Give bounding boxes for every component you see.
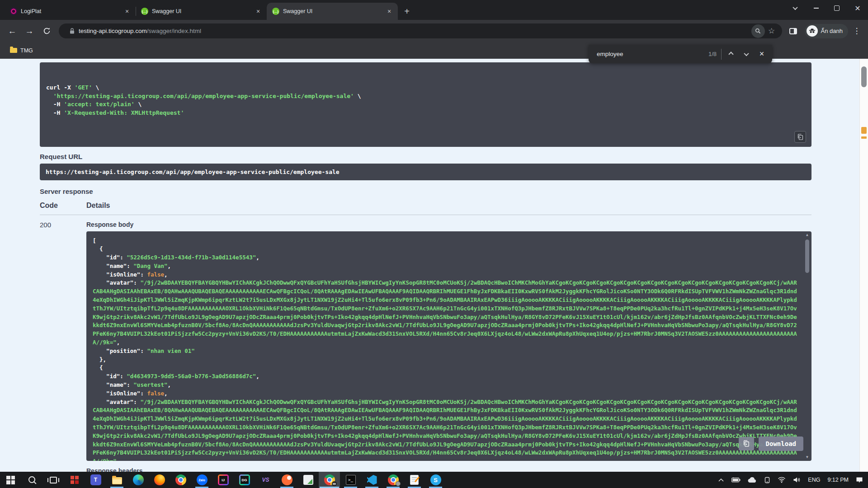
tab-logiplat[interactable]: LogiPlat ×: [5, 3, 136, 20]
taskbar-greenshot-icon[interactable]: [297, 472, 319, 488]
side-panel-icon[interactable]: [787, 24, 800, 38]
incognito-spy-icon: [807, 25, 818, 37]
find-match-marker: [861, 127, 867, 134]
taskbar-search-icon[interactable]: [21, 472, 42, 488]
swagger-page: curl -X 'GET' \ 'https://testing-api.tic…: [0, 59, 868, 472]
taskbar-task-view-icon[interactable]: [42, 472, 64, 488]
taskbar-start-icon[interactable]: [0, 472, 21, 488]
clock[interactable]: 9:12 PM: [824, 472, 852, 488]
find-close-icon[interactable]: ×: [754, 47, 769, 62]
page-scrollbar-thumb[interactable]: [861, 66, 867, 87]
url-domain: testing-api.ticogroup.com: [79, 28, 147, 34]
curl-command-block: curl -X 'GET' \ 'https://testing-api.tic…: [40, 62, 811, 147]
phone-link-icon[interactable]: [761, 472, 774, 488]
maximize-button[interactable]: [826, 0, 847, 16]
logiplat-favicon: [10, 8, 17, 15]
status-code: 200: [40, 221, 86, 472]
tab-swagger-2-active[interactable]: Swagger UI ×: [267, 3, 398, 20]
task-view-app-icon: [50, 477, 57, 483]
volume-icon[interactable]: [790, 472, 804, 488]
url-text[interactable]: testing-api.ticogroup.com/swagger/index.…: [79, 28, 751, 34]
tray-expand-icon[interactable]: [715, 472, 727, 488]
copy-response-icon[interactable]: [739, 437, 754, 450]
taskbar-intellij-icon[interactable]: IJ: [212, 472, 234, 488]
taskbar-vscode-icon[interactable]: [361, 472, 382, 488]
swagger-favicon: [141, 8, 148, 15]
reload-icon: [43, 27, 51, 35]
taskbar-teams-icon[interactable]: T: [85, 472, 106, 488]
action-center-icon[interactable]: [853, 472, 866, 488]
taskbar-skype-icon[interactable]: S: [425, 472, 446, 488]
taskbar-datagrip-icon[interactable]: DG: [234, 472, 255, 488]
request-url-label: Request URL: [40, 153, 811, 160]
response-body-scrollbar[interactable]: ▲ ▼: [804, 232, 810, 460]
incognito-badge[interactable]: Ẩn danh: [805, 24, 848, 38]
folder-icon: [10, 48, 17, 53]
find-match-marker: [861, 136, 867, 139]
find-query-input[interactable]: employee: [597, 51, 708, 57]
address-bar[interactable]: testing-api.ticogroup.com/swagger/index.…: [59, 23, 782, 38]
taskbar-visual-studio-icon[interactable]: VS: [255, 472, 276, 488]
new-tab-button[interactable]: +: [401, 5, 413, 18]
find-previous-icon[interactable]: [723, 47, 739, 62]
tab-title: Swagger UI: [152, 8, 250, 14]
taskbar-chrome-icon[interactable]: [170, 472, 191, 488]
tab-close-icon[interactable]: ×: [385, 7, 393, 15]
taskbar-firefox-icon[interactable]: [149, 472, 170, 488]
close-window-button[interactable]: ✕: [847, 0, 868, 16]
taskbar-file-explorer-icon[interactable]: [106, 472, 127, 488]
response-body-label: Response body: [86, 221, 811, 228]
cmd-app-icon: [346, 475, 356, 485]
taskbar-chrome-alt-icon[interactable]: [382, 472, 404, 488]
scrollbar-thumb[interactable]: [805, 239, 809, 273]
tab-close-icon[interactable]: ×: [254, 7, 262, 15]
taskbar-zalo-icon[interactable]: Zalo: [191, 472, 212, 488]
browser-menu-icon[interactable]: ⋮: [850, 26, 863, 36]
chrome-app-icon: [175, 474, 186, 485]
onedrive-icon[interactable]: [745, 472, 760, 488]
scroll-up-icon[interactable]: ▲: [804, 232, 810, 238]
minimize-button[interactable]: [806, 0, 826, 16]
greenshot-app-icon: [303, 475, 313, 485]
back-button[interactable]: ←: [5, 23, 20, 39]
download-button[interactable]: Download: [759, 436, 803, 451]
details-column-header: Details: [86, 202, 110, 210]
datagrip-app-icon: [239, 474, 250, 485]
firefox-app-icon: [154, 474, 165, 485]
server-response-label: Server response: [40, 188, 811, 195]
forward-button[interactable]: →: [22, 23, 37, 39]
zalo-app-icon: [197, 474, 208, 485]
window-controls: ✕: [785, 0, 868, 16]
tab-search-icon[interactable]: [785, 0, 806, 16]
intellij-app-icon: [218, 474, 229, 485]
taskbar-red-grid-app-icon[interactable]: [64, 472, 85, 488]
page-scrollbar[interactable]: [859, 59, 868, 472]
lock-icon[interactable]: [65, 24, 79, 38]
wifi-icon[interactable]: [774, 472, 789, 488]
find-next-icon[interactable]: [739, 47, 754, 62]
taskbar-cmd-icon[interactable]: >_: [340, 472, 361, 488]
taskbar-postman-icon[interactable]: [276, 472, 297, 488]
teams-app-icon: [90, 474, 101, 485]
postman-app-icon: [282, 474, 292, 485]
taskbar-edge-icon[interactable]: [127, 472, 149, 488]
response-table-header: Code Details: [40, 202, 811, 215]
tab-swagger-1[interactable]: Swagger UI ×: [136, 3, 267, 20]
scroll-down-icon[interactable]: ▼: [804, 455, 810, 460]
image-search-icon[interactable]: [751, 24, 765, 38]
visual-studio-app-icon: [260, 474, 271, 485]
taskbar-chrome-incognito-icon[interactable]: [319, 472, 340, 488]
reload-button[interactable]: [39, 23, 54, 39]
browser-toolbar: ← → testing-api.ticogroup.com/swagger/in…: [0, 20, 868, 42]
language-indicator[interactable]: ENG: [805, 472, 823, 488]
find-in-page-bar: employee 1/8 ×: [589, 45, 772, 63]
taskbar-notepad-plus-icon[interactable]: [404, 472, 425, 488]
battery-icon[interactable]: [728, 472, 744, 488]
bookmark-folder-tmg[interactable]: TMG: [6, 46, 37, 56]
tab-title: LogiPlat: [21, 8, 119, 14]
tab-close-icon[interactable]: ×: [123, 7, 131, 15]
copy-curl-icon[interactable]: [794, 131, 806, 143]
bookmark-star-icon[interactable]: ☆: [765, 24, 778, 38]
request-url-value: https://testing-api.ticogroup.com/api/ap…: [40, 164, 811, 180]
start-app-icon: [6, 476, 15, 484]
